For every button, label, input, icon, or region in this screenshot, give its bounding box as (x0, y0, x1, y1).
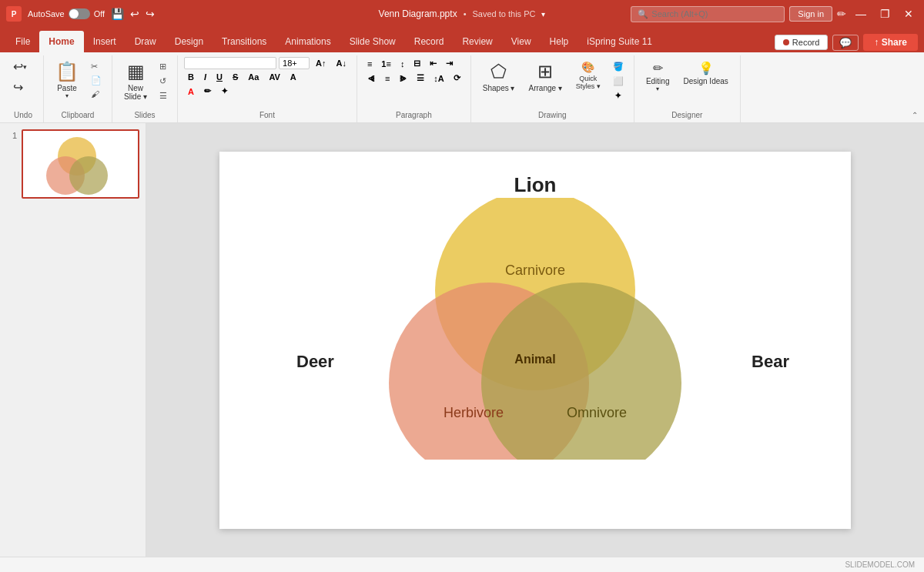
record-button[interactable]: Record (775, 35, 828, 50)
arrange-button[interactable]: ⊞ Arrange ▾ (524, 57, 567, 96)
undo-icon[interactable]: ↩ (130, 8, 139, 20)
close-button[interactable]: ✕ (899, 8, 918, 20)
font-case-button[interactable]: Aa (244, 71, 263, 83)
ribbon-group-designer: ✏ Editing ▾ 💡 Design Ideas Designer (634, 55, 741, 122)
reset-button[interactable]: ↺ (156, 75, 171, 88)
shape-outline-button[interactable]: ⬜ (609, 75, 628, 88)
slides-group-content: ▦ New Slide ▾ ⊞ ↺ ☰ (119, 57, 171, 109)
quick-styles-button[interactable]: 🎨 Quick Styles ▾ (571, 57, 606, 94)
copy-button[interactable]: 📄 (87, 74, 105, 87)
shape-effects-button[interactable]: ✦ (609, 89, 628, 102)
bear-label: Bear (752, 352, 789, 372)
tab-view[interactable]: View (502, 31, 541, 52)
char-spacing-button[interactable]: AV (265, 71, 283, 83)
line-spacing-button[interactable]: ↕ (397, 57, 409, 70)
tab-file[interactable]: File (6, 31, 39, 52)
align-center-button[interactable]: ≡ (381, 72, 393, 85)
bullets-button[interactable]: ≡ (363, 57, 376, 70)
tab-record[interactable]: Record (405, 31, 454, 52)
sign-in-button[interactable]: Sign in (789, 6, 832, 22)
numbering-button[interactable]: 1≡ (377, 57, 395, 70)
strikethrough-button[interactable]: S (229, 71, 242, 83)
ribbon-expand[interactable]: ⌃ (912, 55, 921, 122)
decrease-font-button[interactable]: A↓ (332, 57, 350, 69)
new-slide-icon: ▦ (127, 61, 145, 82)
restore-button[interactable]: ❐ (875, 8, 895, 20)
slides-group-label: Slides (119, 109, 171, 121)
layout-button[interactable]: ⊞ (156, 60, 171, 73)
tab-slideshow[interactable]: Slide Show (340, 31, 405, 52)
tab-home[interactable]: Home (39, 31, 83, 52)
file-name: Venn Diagram.pptx (379, 8, 457, 19)
highlight-button[interactable]: ✏ (200, 85, 215, 98)
text-direction-button[interactable]: ↕A (430, 72, 447, 85)
section-button[interactable]: ☰ (156, 89, 171, 102)
office-logo: P (6, 6, 22, 22)
font-row-3: A ✏ ✦ (184, 85, 232, 98)
tab-review[interactable]: Review (453, 31, 501, 52)
bold-button[interactable]: B (184, 71, 198, 83)
quick-styles-icon: 🎨 (581, 61, 594, 73)
dropdown-arrow[interactable]: ▾ (541, 10, 545, 18)
design-ideas-button[interactable]: 💡 Design Ideas (678, 57, 733, 89)
redo-icon[interactable]: ↪ (146, 8, 155, 20)
svg-text:Omnivore: Omnivore (567, 405, 627, 420)
pencil-icon[interactable]: ✏ (837, 8, 846, 20)
tab-animations[interactable]: Animations (276, 31, 340, 52)
drawing-group-label: Drawing (477, 109, 628, 121)
autosave-label: AutoSave (28, 9, 65, 18)
redo-button[interactable]: ↪ (9, 78, 37, 97)
format-painter-button[interactable]: 🖌 (87, 88, 105, 100)
indent-right-button[interactable]: ⇥ (442, 57, 457, 70)
new-slide-button[interactable]: ▦ New Slide ▾ (119, 57, 152, 105)
columns-button[interactable]: ⊟ (410, 57, 424, 70)
increase-font-button[interactable]: A↑ (312, 57, 330, 69)
save-location: Saved to this PC (472, 9, 535, 18)
slide-canvas[interactable]: Lion Deer Bear Carnivore Herbivore Omniv… (219, 152, 851, 529)
ribbon-group-paragraph: ≡ 1≡ ↕ ⊟ ⇤ ⇥ ⫷ ≡ ⫸ ☰ ↕A ⟳ Paragraph (357, 55, 471, 122)
font-group-label: Font (184, 109, 350, 121)
clear-format-button[interactable]: ✦ (217, 85, 232, 98)
tab-draw[interactable]: Draw (126, 31, 166, 52)
watermark-text: SLIDEMODEL.COM (845, 560, 915, 569)
ribbon-group-font: A↑ A↓ B I U S Aa AV A A ✏ ✦ Font (178, 55, 357, 122)
search-input[interactable] (651, 9, 775, 18)
slide-canvas-wrapper: Lion Deer Bear Carnivore Herbivore Omniv… (146, 123, 924, 557)
comments-button[interactable]: 💬 (832, 35, 859, 51)
share-button[interactable]: ↑ Share (863, 34, 918, 51)
deer-label: Deer (296, 352, 334, 372)
paste-icon: 📋 (55, 61, 79, 82)
font-size-input[interactable] (279, 57, 310, 69)
undo-button[interactable]: ↩▾ (9, 57, 37, 76)
font-color-button[interactable]: A (184, 85, 198, 98)
clipboard-group-content: 📋 Paste ▾ ✂ 📄 🖌 (50, 57, 105, 109)
align-right-button[interactable]: ⫸ (395, 72, 411, 85)
minimize-button[interactable]: — (851, 8, 871, 20)
justify-button[interactable]: ☰ (413, 72, 428, 85)
shape-fill-button[interactable]: 🪣 (609, 60, 628, 73)
align-left-button[interactable]: ⫷ (363, 72, 380, 85)
tab-help[interactable]: Help (541, 31, 578, 52)
italic-button[interactable]: I (200, 71, 210, 83)
slide-1-thumbnail[interactable] (22, 129, 139, 199)
tab-transitions[interactable]: Transitions (213, 31, 276, 52)
convert-smartart-button[interactable]: ⟳ (450, 72, 464, 85)
shapes-button[interactable]: ⬠ Shapes ▾ (477, 57, 521, 96)
paste-button[interactable]: 📋 Paste ▾ (50, 57, 84, 103)
underline-button[interactable]: U (213, 71, 226, 83)
autosave-toggle[interactable] (69, 8, 90, 19)
tab-insert[interactable]: Insert (84, 31, 126, 52)
editing-button[interactable]: ✏ Editing ▾ (641, 57, 675, 96)
align-row: ⫷ ≡ ⫸ ☰ ↕A ⟳ (363, 72, 464, 85)
cut-button[interactable]: ✂ (87, 60, 105, 73)
tab-ispring[interactable]: iSpring Suite 11 (578, 31, 661, 52)
text-shadow-button[interactable]: A (286, 71, 300, 83)
tab-design[interactable]: Design (166, 31, 213, 52)
font-name-input[interactable] (184, 57, 276, 69)
indent-left-button[interactable]: ⇤ (426, 57, 440, 70)
save-icon[interactable]: 💾 (111, 8, 124, 20)
autosave-section: AutoSave Off (28, 8, 105, 19)
autosave-state: Off (94, 9, 105, 18)
slide-panel: 1 (0, 123, 146, 557)
search-box[interactable]: 🔍 (631, 6, 785, 22)
